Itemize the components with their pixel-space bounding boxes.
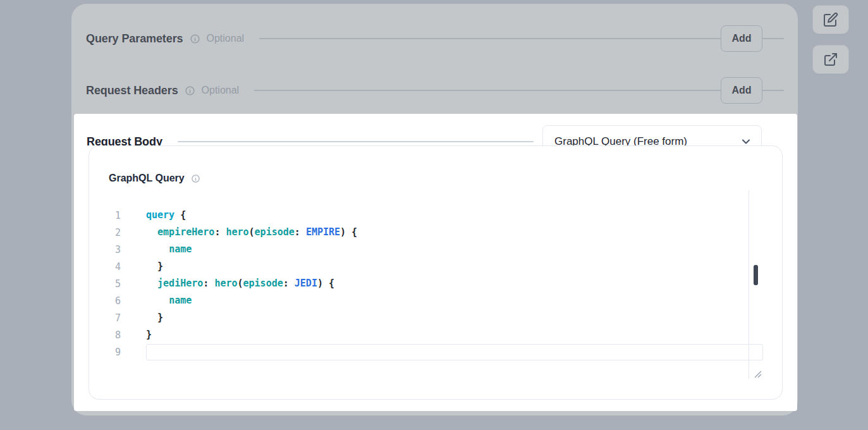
code-line: 2 empireHero: hero(episode: EMPIRE) { — [104, 224, 763, 241]
line-number: 8 — [104, 329, 121, 341]
line-number: 3 — [104, 244, 121, 255]
line-number: 1 — [104, 210, 121, 221]
info-icon[interactable] — [191, 174, 200, 183]
code-line: 6 name — [104, 292, 763, 309]
code-line-content: jediHero: hero(episode: JEDI) { — [146, 275, 763, 292]
graphql-editor-card: GraphQL Query 1query {2 empireHero: hero… — [89, 145, 783, 400]
code-line-content: } — [146, 309, 763, 326]
line-number: 6 — [104, 295, 121, 307]
graphql-query-editor[interactable]: 1query {2 empireHero: hero(episode: EMPI… — [104, 207, 763, 360]
code-line: 9 — [104, 343, 763, 360]
code-line: 8} — [104, 326, 763, 343]
code-line-content: } — [146, 326, 763, 343]
graphql-query-label: GraphQL Query — [109, 173, 185, 184]
active-code-line-content — [146, 344, 763, 360]
code-line-content: query { — [146, 207, 763, 224]
code-line: 3 name — [104, 241, 763, 258]
code-line: 5 jediHero: hero(episode: JEDI) { — [104, 275, 763, 292]
resize-grip-icon[interactable] — [754, 371, 762, 378]
code-line: 7 } — [104, 309, 763, 326]
line-number: 4 — [104, 261, 121, 273]
scrollbar-thumb[interactable] — [754, 265, 758, 285]
line-number: 5 — [104, 278, 121, 290]
code-line: 1query { — [104, 207, 763, 224]
line-number: 2 — [104, 227, 121, 238]
code-line-content: } — [146, 258, 763, 275]
line-number: 9 — [104, 347, 121, 358]
code-line-content: name — [146, 241, 763, 258]
code-line-content: name — [146, 292, 763, 309]
code-line: 4 } — [104, 258, 763, 275]
code-line-content: empireHero: hero(episode: EMPIRE) { — [146, 224, 763, 241]
screen: Query Parameters Optional Add Request He… — [0, 0, 868, 430]
divider-line — [178, 141, 534, 142]
line-number: 7 — [104, 312, 121, 324]
graphql-query-header: GraphQL Query — [109, 173, 200, 184]
request-body-panel: Request Body GraphQL Query (Free form) G… — [74, 114, 797, 411]
scrollbar-track — [749, 190, 749, 379]
